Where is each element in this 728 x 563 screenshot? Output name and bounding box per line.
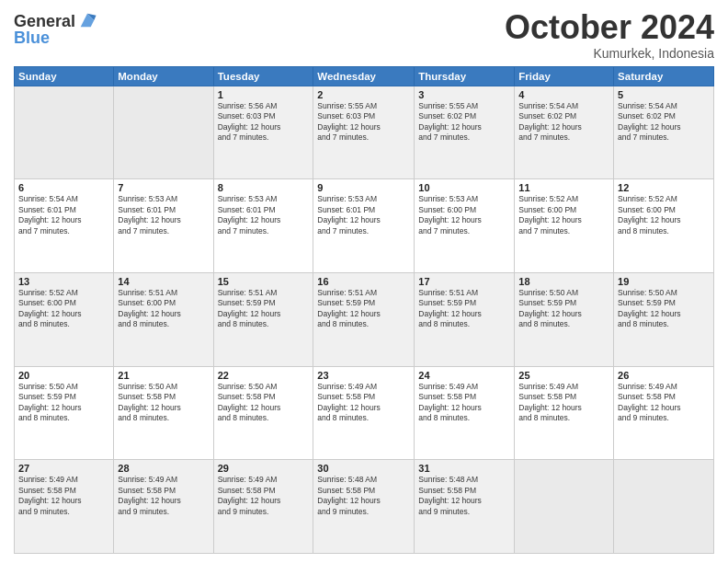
day-info: Sunrise: 5:51 AM Sunset: 6:00 PM Dayligh… xyxy=(118,288,209,330)
title-section: October 2024 Kumurkek, Indonesia xyxy=(505,9,714,61)
page: General Blue October 2024 Kumurkek, Indo… xyxy=(0,0,728,563)
day-number: 9 xyxy=(317,182,410,193)
calendar-cell: 16Sunrise: 5:51 AM Sunset: 5:59 PM Dayli… xyxy=(313,272,415,366)
day-info: Sunrise: 5:50 AM Sunset: 5:59 PM Dayligh… xyxy=(18,382,109,424)
calendar-header-thursday: Thursday xyxy=(415,66,515,86)
calendar-cell: 13Sunrise: 5:52 AM Sunset: 6:00 PM Dayli… xyxy=(15,272,114,366)
day-number: 8 xyxy=(218,182,310,193)
calendar-week-row: 6Sunrise: 5:54 AM Sunset: 6:01 PM Daylig… xyxy=(15,179,714,273)
calendar-cell: 10Sunrise: 5:53 AM Sunset: 6:00 PM Dayli… xyxy=(415,179,515,273)
calendar-cell: 11Sunrise: 5:52 AM Sunset: 6:00 PM Dayli… xyxy=(515,179,614,273)
day-number: 17 xyxy=(418,276,510,287)
calendar-cell: 29Sunrise: 5:49 AM Sunset: 5:58 PM Dayli… xyxy=(213,460,313,554)
day-info: Sunrise: 5:49 AM Sunset: 5:58 PM Dayligh… xyxy=(317,382,410,424)
calendar-cell: 5Sunrise: 5:54 AM Sunset: 6:02 PM Daylig… xyxy=(614,86,714,179)
logo: General Blue xyxy=(14,13,97,48)
day-info: Sunrise: 5:48 AM Sunset: 5:58 PM Dayligh… xyxy=(317,475,410,517)
day-info: Sunrise: 5:50 AM Sunset: 5:58 PM Dayligh… xyxy=(118,382,209,424)
calendar-cell: 8Sunrise: 5:53 AM Sunset: 6:01 PM Daylig… xyxy=(213,179,313,273)
day-info: Sunrise: 5:51 AM Sunset: 5:59 PM Dayligh… xyxy=(418,288,510,330)
day-info: Sunrise: 5:53 AM Sunset: 6:01 PM Dayligh… xyxy=(118,194,209,236)
day-number: 21 xyxy=(118,370,209,381)
day-info: Sunrise: 5:50 AM Sunset: 5:59 PM Dayligh… xyxy=(518,288,609,330)
day-info: Sunrise: 5:51 AM Sunset: 5:59 PM Dayligh… xyxy=(317,288,410,330)
calendar-cell: 30Sunrise: 5:48 AM Sunset: 5:58 PM Dayli… xyxy=(313,460,415,554)
calendar-cell: 15Sunrise: 5:51 AM Sunset: 5:59 PM Dayli… xyxy=(213,272,313,366)
calendar-header-sunday: Sunday xyxy=(15,66,114,86)
calendar-week-row: 20Sunrise: 5:50 AM Sunset: 5:59 PM Dayli… xyxy=(15,366,714,460)
day-info: Sunrise: 5:55 AM Sunset: 6:02 PM Dayligh… xyxy=(418,101,510,144)
calendar-cell: 7Sunrise: 5:53 AM Sunset: 6:01 PM Daylig… xyxy=(114,179,213,273)
day-number: 22 xyxy=(218,370,310,381)
day-number: 3 xyxy=(418,89,510,100)
day-info: Sunrise: 5:53 AM Sunset: 6:01 PM Dayligh… xyxy=(317,194,410,236)
day-info: Sunrise: 5:49 AM Sunset: 5:58 PM Dayligh… xyxy=(618,382,710,424)
day-info: Sunrise: 5:53 AM Sunset: 6:01 PM Dayligh… xyxy=(218,194,310,236)
day-number: 6 xyxy=(18,182,109,193)
header: General Blue October 2024 Kumurkek, Indo… xyxy=(14,9,714,61)
calendar-cell: 4Sunrise: 5:54 AM Sunset: 6:02 PM Daylig… xyxy=(515,86,614,179)
day-info: Sunrise: 5:52 AM Sunset: 6:00 PM Dayligh… xyxy=(518,194,609,236)
calendar-header-saturday: Saturday xyxy=(614,66,714,86)
calendar-header-tuesday: Tuesday xyxy=(213,66,313,86)
day-info: Sunrise: 5:50 AM Sunset: 5:59 PM Dayligh… xyxy=(618,288,710,330)
day-number: 19 xyxy=(618,276,710,287)
day-info: Sunrise: 5:54 AM Sunset: 6:02 PM Dayligh… xyxy=(518,101,609,144)
calendar-cell: 3Sunrise: 5:55 AM Sunset: 6:02 PM Daylig… xyxy=(415,86,515,179)
calendar-cell: 26Sunrise: 5:49 AM Sunset: 5:58 PM Dayli… xyxy=(614,366,714,460)
day-number: 7 xyxy=(118,182,209,193)
day-number: 20 xyxy=(18,370,109,381)
calendar-cell: 19Sunrise: 5:50 AM Sunset: 5:59 PM Dayli… xyxy=(614,272,714,366)
day-number: 31 xyxy=(418,463,510,474)
calendar-cell: 25Sunrise: 5:49 AM Sunset: 5:58 PM Dayli… xyxy=(515,366,614,460)
calendar-header-monday: Monday xyxy=(114,66,213,86)
day-info: Sunrise: 5:49 AM Sunset: 5:58 PM Dayligh… xyxy=(418,382,510,424)
calendar-cell: 20Sunrise: 5:50 AM Sunset: 5:59 PM Dayli… xyxy=(15,366,114,460)
calendar-cell xyxy=(614,460,714,554)
calendar-cell: 24Sunrise: 5:49 AM Sunset: 5:58 PM Dayli… xyxy=(415,366,515,460)
calendar-cell: 21Sunrise: 5:50 AM Sunset: 5:58 PM Dayli… xyxy=(114,366,213,460)
day-number: 24 xyxy=(418,370,510,381)
day-info: Sunrise: 5:48 AM Sunset: 5:58 PM Dayligh… xyxy=(418,475,510,517)
calendar-week-row: 1Sunrise: 5:56 AM Sunset: 6:03 PM Daylig… xyxy=(15,86,714,179)
day-number: 1 xyxy=(218,89,310,100)
day-number: 29 xyxy=(218,463,310,474)
day-number: 13 xyxy=(18,276,109,287)
day-number: 15 xyxy=(218,276,310,287)
calendar-cell xyxy=(114,86,213,179)
day-number: 30 xyxy=(317,463,410,474)
day-info: Sunrise: 5:49 AM Sunset: 5:58 PM Dayligh… xyxy=(118,475,209,517)
calendar-cell: 1Sunrise: 5:56 AM Sunset: 6:03 PM Daylig… xyxy=(213,86,313,179)
logo-text-blue: Blue xyxy=(14,29,50,48)
day-info: Sunrise: 5:55 AM Sunset: 6:03 PM Dayligh… xyxy=(317,101,410,144)
day-info: Sunrise: 5:53 AM Sunset: 6:00 PM Dayligh… xyxy=(418,194,510,236)
calendar-cell: 23Sunrise: 5:49 AM Sunset: 5:58 PM Dayli… xyxy=(313,366,415,460)
day-info: Sunrise: 5:49 AM Sunset: 5:58 PM Dayligh… xyxy=(218,475,310,517)
calendar-cell xyxy=(515,460,614,554)
day-number: 18 xyxy=(518,276,609,287)
calendar-header-row: SundayMondayTuesdayWednesdayThursdayFrid… xyxy=(15,66,714,86)
day-info: Sunrise: 5:56 AM Sunset: 6:03 PM Dayligh… xyxy=(218,101,310,144)
day-number: 10 xyxy=(418,182,510,193)
day-number: 27 xyxy=(18,463,109,474)
day-number: 14 xyxy=(118,276,209,287)
calendar-cell: 6Sunrise: 5:54 AM Sunset: 6:01 PM Daylig… xyxy=(15,179,114,273)
calendar-cell: 31Sunrise: 5:48 AM Sunset: 5:58 PM Dayli… xyxy=(415,460,515,554)
day-number: 5 xyxy=(618,89,710,100)
day-info: Sunrise: 5:54 AM Sunset: 6:02 PM Dayligh… xyxy=(618,101,710,144)
day-number: 4 xyxy=(518,89,609,100)
calendar-cell: 2Sunrise: 5:55 AM Sunset: 6:03 PM Daylig… xyxy=(313,86,415,179)
calendar-cell: 12Sunrise: 5:52 AM Sunset: 6:00 PM Dayli… xyxy=(614,179,714,273)
day-number: 28 xyxy=(118,463,209,474)
day-info: Sunrise: 5:54 AM Sunset: 6:01 PM Dayligh… xyxy=(18,194,109,236)
day-info: Sunrise: 5:49 AM Sunset: 5:58 PM Dayligh… xyxy=(518,382,609,424)
day-number: 23 xyxy=(317,370,410,381)
logo-icon xyxy=(77,10,97,30)
calendar-cell xyxy=(15,86,114,179)
calendar-week-row: 13Sunrise: 5:52 AM Sunset: 6:00 PM Dayli… xyxy=(15,272,714,366)
calendar-cell: 28Sunrise: 5:49 AM Sunset: 5:58 PM Dayli… xyxy=(114,460,213,554)
day-number: 16 xyxy=(317,276,410,287)
day-number: 25 xyxy=(518,370,609,381)
day-number: 12 xyxy=(618,182,710,193)
day-info: Sunrise: 5:49 AM Sunset: 5:58 PM Dayligh… xyxy=(18,475,109,517)
